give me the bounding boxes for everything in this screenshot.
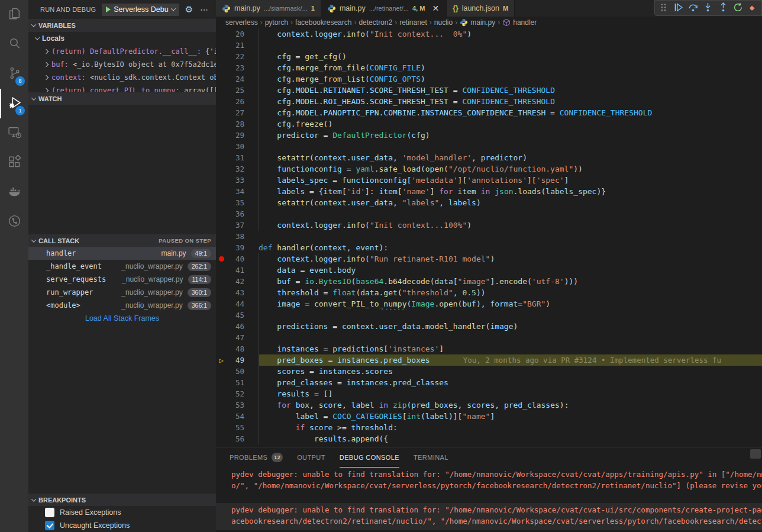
breadcrumb-item-handler[interactable]: handler: [502, 18, 537, 27]
breadcrumb-item-detectron2[interactable]: detectron2: [359, 18, 392, 27]
code-text[interactable]: cfg.merge_from_list(CONFIG_OPTS): [259, 73, 762, 85]
breakpoint-gutter[interactable]: [216, 411, 227, 422]
panel-tab-terminal[interactable]: TERMINAL: [414, 447, 448, 467]
activity-bar-item-extensions[interactable]: [0, 148, 28, 178]
breakpoint-gutter[interactable]: [216, 40, 227, 51]
gear-icon[interactable]: ⚙: [185, 4, 193, 15]
start-debug-icon[interactable]: [106, 7, 111, 12]
load-all-stack-frames-link[interactable]: Load All Stack Frames: [28, 312, 216, 325]
breakpoint-gutter[interactable]: [216, 28, 227, 40]
code-text[interactable]: predictor = DefaultPredictor(cfg): [259, 130, 762, 141]
breakpoint-gutter[interactable]: [216, 96, 227, 107]
code-text[interactable]: buf = io.BytesIO(base64.b64decode(data["…: [259, 276, 762, 287]
code-text[interactable]: [259, 332, 762, 343]
step-over-button[interactable]: [687, 1, 699, 15]
code-text[interactable]: data = event.body: [259, 265, 762, 276]
watch-section-header[interactable]: WATCH: [28, 92, 216, 105]
close-icon[interactable]: ✕: [431, 4, 440, 13]
step-into-button[interactable]: [702, 1, 714, 15]
code-text[interactable]: label = COCO_CATEGORIES[int(label)]["nam…: [259, 411, 762, 422]
stack-frame-run_wrapper[interactable]: run_wrapper_nuclio_wrapper.py360:1: [28, 286, 216, 299]
code-text[interactable]: functionconfig = yaml.safe_load(open("/o…: [259, 163, 762, 175]
breakpoint-gutter[interactable]: [216, 377, 227, 388]
breakpoint-gutter[interactable]: [216, 152, 227, 163]
breadcrumb-item-retinanet[interactable]: retinanet: [399, 18, 427, 27]
code-text[interactable]: labels_spec = functionconfig['metadata']…: [259, 175, 762, 186]
code-text[interactable]: setattr(context.user_data, "labels", lab…: [259, 197, 762, 208]
code-text[interactable]: context.logger.info("Init context... 0%"…: [259, 28, 762, 40]
breakpoint-gutter[interactable]: [216, 85, 227, 96]
panel-tab-problems[interactable]: PROBLEMS12: [230, 447, 283, 467]
breakpoint-gutter[interactable]: [216, 366, 227, 377]
code-text[interactable]: pred_boxes = instances.pred_boxesYou, 2 …: [259, 354, 762, 366]
toolbar-drag-handle[interactable]: [657, 1, 670, 15]
variables-section-header[interactable]: VARIABLES: [28, 19, 216, 32]
breakpoint-gutter[interactable]: [216, 287, 227, 298]
continue-button[interactable]: [672, 1, 684, 15]
disconnect-button[interactable]: [747, 1, 759, 15]
stack-frame-handler[interactable]: handlermain.py49:1: [28, 247, 216, 260]
activity-bar-item-source-control[interactable]: 8: [0, 59, 28, 89]
panel-tab-debug-console[interactable]: DEBUG CONSOLE: [340, 447, 399, 467]
code-text[interactable]: labels = {item['id']: item['name'] for i…: [259, 186, 762, 197]
code-text[interactable]: [259, 231, 762, 242]
code-text[interactable]: threshold = float(data.get("threshold", …: [259, 287, 762, 298]
breakpoint-gutter[interactable]: [216, 197, 227, 208]
activity-bar-item-run-and-debug[interactable]: 1: [0, 89, 28, 118]
variable-row[interactable]: context: <nuclio_sdk.context.Context obj…: [28, 71, 216, 84]
code-text[interactable]: [259, 208, 762, 220]
breadcrumb-item-facebookresearch[interactable]: facebookresearch: [295, 18, 351, 27]
stack-frame-_handle_event[interactable]: _handle_event_nuclio_wrapper.py262:1: [28, 260, 216, 273]
breakpoint-gutter[interactable]: [216, 231, 227, 242]
breakpoint-gutter[interactable]: [216, 242, 227, 253]
code-text[interactable]: results.append({: [259, 433, 762, 444]
breakpoint-gutter[interactable]: [216, 433, 227, 444]
breakpoint-gutter[interactable]: [216, 107, 227, 118]
code-text[interactable]: cfg.MODEL.RETINANET.SCORE_THRESH_TEST = …: [259, 85, 762, 96]
variable-row[interactable]: (return) convert_PIL_to_numpy: array([[[…: [28, 84, 216, 92]
breakpoint-gutter[interactable]: [216, 332, 227, 343]
restart-button[interactable]: [732, 1, 744, 15]
activity-bar-item-explorer[interactable]: [0, 0, 28, 30]
code-text[interactable]: instances = predictions['instances']: [259, 343, 762, 354]
breakpoint-gutter[interactable]: [216, 265, 227, 276]
breakpoint-gutter[interactable]: [216, 321, 227, 332]
code-text[interactable]: [259, 309, 762, 321]
activity-bar-item-remote-explorer[interactable]: [0, 118, 28, 148]
editor-tab-main.py[interactable]: main.py.../siammask/...1: [216, 0, 321, 17]
breakpoint-gutter[interactable]: [216, 309, 227, 321]
code-text[interactable]: image = convert_PIL_to_numpy(Image.open(…: [259, 298, 762, 309]
call-stack-section-header[interactable]: CALL STACK PAUSED ON STEP: [28, 234, 216, 247]
code-text[interactable]: predictions = context.user_data.model_ha…: [259, 321, 762, 332]
code-text[interactable]: setattr(context.user_data, 'model_handle…: [259, 152, 762, 163]
code-text[interactable]: cfg.freeze(): [259, 118, 762, 130]
breakpoint-gutter[interactable]: [216, 422, 227, 433]
activity-bar-item-search[interactable]: [0, 30, 28, 59]
breakpoint-gutter[interactable]: [216, 388, 227, 399]
activity-bar-item-git-graph[interactable]: [0, 207, 28, 237]
code-editor[interactable]: 20 context.logger.info("Init context... …: [216, 28, 762, 447]
breakpoint-option[interactable]: Raised Exceptions: [28, 506, 216, 519]
breakpoints-section-header[interactable]: BREAKPOINTS: [28, 493, 216, 506]
breakpoint-gutter[interactable]: [216, 130, 227, 141]
editor-tab-launch.json[interactable]: {}launch.jsonM: [447, 0, 515, 17]
code-text[interactable]: scores = instances.scores: [259, 366, 762, 377]
more-actions-icon[interactable]: ⋯: [200, 5, 209, 14]
code-text[interactable]: results = []: [259, 388, 762, 399]
breakpoint-gutter[interactable]: [216, 62, 227, 73]
code-text[interactable]: context.logger.info("Run retinanet-R101 …: [259, 253, 762, 265]
variable-row[interactable]: (return) DefaultPredictor.__call__: {'in…: [28, 45, 216, 58]
breakpoint-gutter[interactable]: [216, 141, 227, 152]
activity-bar-item-docker[interactable]: [0, 178, 28, 207]
breakpoint-gutter[interactable]: [216, 220, 227, 231]
breakpoint-gutter[interactable]: [216, 298, 227, 309]
variable-row[interactable]: buf: <_io.BytesIO object at 0x7f5a2dc1ec…: [28, 58, 216, 71]
breakpoint-gutter[interactable]: [216, 175, 227, 186]
current-line-arrow-icon[interactable]: ▷: [216, 354, 227, 366]
variables-scope-locals[interactable]: Locals: [28, 32, 216, 45]
breadcrumb-item-nuclio[interactable]: nuclio: [434, 18, 453, 27]
code-text[interactable]: def handler(context, event):: [259, 242, 762, 253]
step-out-button[interactable]: [717, 1, 729, 15]
code-text[interactable]: if score >= threshold:: [259, 422, 762, 433]
breakpoint-gutter[interactable]: [216, 73, 227, 85]
